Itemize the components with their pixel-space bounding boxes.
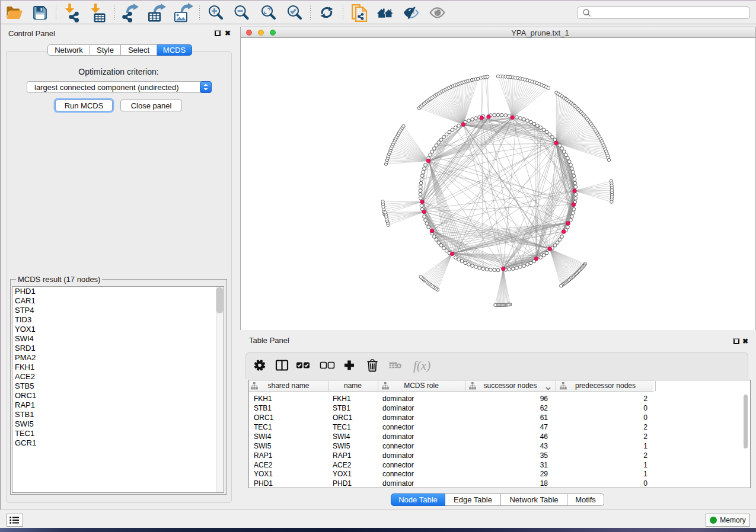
svg-text:f(x): f(x) — [413, 358, 430, 373]
